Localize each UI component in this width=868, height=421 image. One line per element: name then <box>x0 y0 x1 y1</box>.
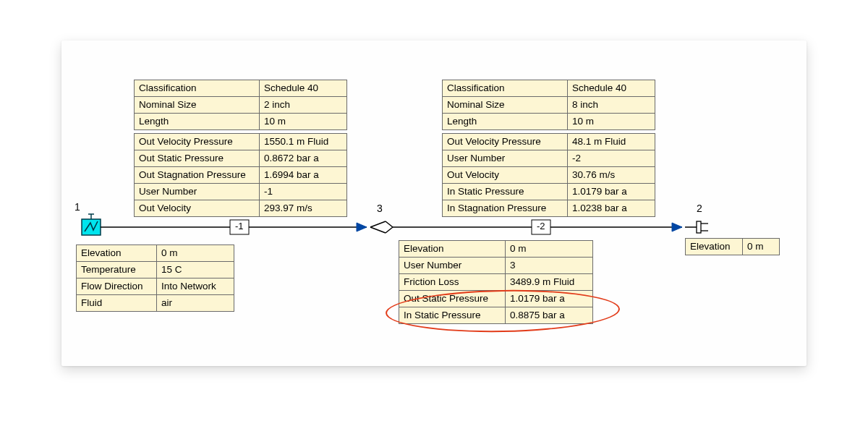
table-row: Classification Schedule 40 <box>443 80 655 97</box>
cell-val: 10 m <box>260 114 347 130</box>
svg-rect-6 <box>697 221 701 233</box>
cell-key: In Stagnation Pressure <box>443 200 568 217</box>
cell-key: Elevation <box>686 239 743 255</box>
pipe1-spec-table: Classification Schedule 40 Nominal Size … <box>134 80 347 130</box>
cell-key: Nominal Size <box>443 97 568 114</box>
cell-key: Out Velocity Pressure <box>135 134 260 150</box>
node2-props-table: Elevation 0 m <box>685 238 780 255</box>
cell-val: 0 m <box>743 239 780 255</box>
node1-props-table: Elevation 0 m Temperature 15 C Flow Dire… <box>76 244 234 312</box>
table-row: Fluid air <box>77 295 234 312</box>
cell-key: Out Velocity Pressure <box>443 134 568 150</box>
outlet-node-icon[interactable] <box>685 221 708 233</box>
cell-key: Length <box>443 114 568 130</box>
junction-node-icon[interactable] <box>370 221 401 233</box>
table-row: Friction Loss 3489.9 m Fluid <box>399 274 593 291</box>
cell-key: Out Velocity <box>135 200 260 217</box>
cell-key: Flow Direction <box>77 278 157 295</box>
cell-key: In Static Pressure <box>443 184 568 200</box>
pipe2-tag-text: -2 <box>537 221 545 231</box>
cell-val: 0.8672 bar a <box>260 150 347 167</box>
node3-props-table: Elevation 0 m User Number 3 Friction Los… <box>399 240 593 324</box>
cell-val: 293.97 m/s <box>260 200 347 217</box>
cell-key: Out Stagnation Pressure <box>135 167 260 184</box>
table-row: Flow Direction Into Network <box>77 278 234 295</box>
cell-key: Fluid <box>77 295 157 312</box>
node2-label: 2 <box>697 203 702 214</box>
cell-val: -1 <box>260 184 347 200</box>
cell-val: Schedule 40 <box>260 80 347 97</box>
table-row: User Number 3 <box>399 258 593 274</box>
cell-val: 1.0179 bar a <box>506 291 593 307</box>
table-row: Classification Schedule 40 <box>135 80 347 97</box>
pipe2-spec-table: Classification Schedule 40 Nominal Size … <box>442 80 655 130</box>
table-row: In Stagnation Pressure 1.0238 bar a <box>443 200 655 217</box>
table-row: Elevation 0 m <box>686 239 780 255</box>
cell-val: 10 m <box>568 114 655 130</box>
inlet-node-icon[interactable] <box>82 214 101 235</box>
table-row: Nominal Size 2 inch <box>135 97 347 114</box>
svg-rect-0 <box>82 219 101 235</box>
cell-key: Temperature <box>77 262 157 278</box>
table-row: Length 10 m <box>135 114 347 130</box>
table-row: Temperature 15 C <box>77 262 234 278</box>
cell-val: 3489.9 m Fluid <box>506 274 593 291</box>
diagram-card: Classification Schedule 40 Nominal Size … <box>61 41 807 366</box>
table-row: Out Static Pressure 0.8672 bar a <box>135 150 347 167</box>
table-row: Out Velocity 30.76 m/s <box>443 167 655 184</box>
cell-val: Schedule 40 <box>568 80 655 97</box>
cell-key: Out Static Pressure <box>135 150 260 167</box>
cell-val: -2 <box>568 150 655 167</box>
cell-val: 2 inch <box>260 97 347 114</box>
cell-val: 15 C <box>157 262 234 278</box>
cell-key: Friction Loss <box>399 274 506 291</box>
cell-key: Elevation <box>399 241 506 258</box>
cell-key: User Number <box>135 184 260 200</box>
cell-val: 0.8875 bar a <box>506 307 593 324</box>
cell-val: 48.1 m Fluid <box>568 134 655 150</box>
cell-key: Out Static Pressure <box>399 291 506 307</box>
flow-arrow-icon <box>357 223 367 231</box>
table-row: In Static Pressure 0.8875 bar a <box>399 307 593 324</box>
cell-key: User Number <box>443 150 568 167</box>
table-row: User Number -1 <box>135 184 347 200</box>
cell-key: Classification <box>443 80 568 97</box>
flow-arrow-icon <box>672 223 682 231</box>
table-row: In Static Pressure 1.0179 bar a <box>443 184 655 200</box>
node3-label: 3 <box>377 203 383 214</box>
cell-val: Into Network <box>157 278 234 295</box>
cell-key: Length <box>135 114 260 130</box>
table-row: Out Static Pressure 1.0179 bar a <box>399 291 593 307</box>
table-row: Elevation 0 m <box>399 241 593 258</box>
cell-key: User Number <box>399 258 506 274</box>
table-row: Length 10 m <box>443 114 655 130</box>
cell-val: 1.0179 bar a <box>568 184 655 200</box>
cell-val: 30.76 m/s <box>568 167 655 184</box>
table-row: Out Velocity Pressure 1550.1 m Fluid <box>135 134 347 150</box>
pipe1-tag-text: -1 <box>235 221 244 231</box>
pipe2-results-table: Out Velocity Pressure 48.1 m Fluid User … <box>442 133 655 217</box>
cell-key: Nominal Size <box>135 97 260 114</box>
table-row: Out Velocity Pressure 48.1 m Fluid <box>443 134 655 150</box>
cell-key: In Static Pressure <box>399 307 506 324</box>
node1-label: 1 <box>75 201 80 213</box>
cell-val: 0 m <box>506 241 593 258</box>
cell-val: 1.0238 bar a <box>568 200 655 217</box>
cell-val: 1.6994 bar a <box>260 167 347 184</box>
cell-key: Classification <box>135 80 260 97</box>
cell-val: 1550.1 m Fluid <box>260 134 347 150</box>
cell-val: air <box>157 295 234 312</box>
cell-key: Out Velocity <box>443 167 568 184</box>
cell-val: 8 inch <box>568 97 655 114</box>
table-row: Out Velocity 293.97 m/s <box>135 200 347 217</box>
table-row: Elevation 0 m <box>77 245 234 262</box>
cell-key: Elevation <box>77 245 157 262</box>
table-row: User Number -2 <box>443 150 655 167</box>
table-row: Nominal Size 8 inch <box>443 97 655 114</box>
pipe1-results-table: Out Velocity Pressure 1550.1 m Fluid Out… <box>134 133 347 217</box>
cell-val: 0 m <box>157 245 234 262</box>
cell-val: 3 <box>506 258 593 274</box>
table-row: Out Stagnation Pressure 1.6994 bar a <box>135 167 347 184</box>
